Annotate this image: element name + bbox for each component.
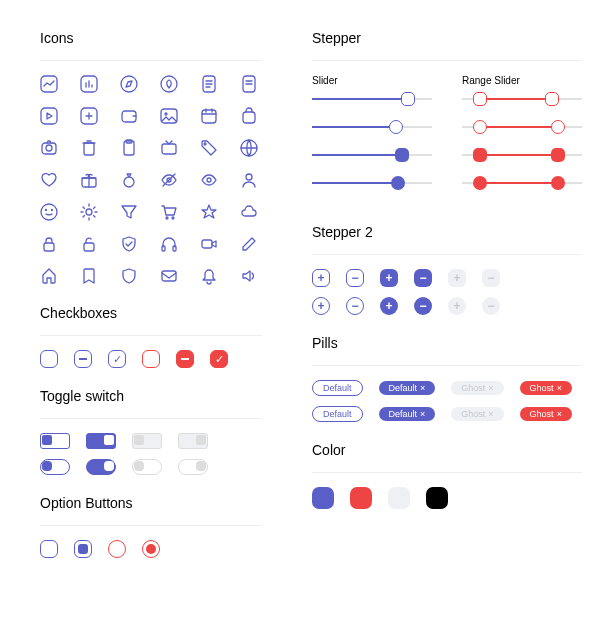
svg-point-3 (161, 76, 177, 92)
plus-square-icon (80, 107, 98, 125)
svg-point-26 (41, 204, 57, 220)
lock-icon (40, 235, 58, 253)
user-icon (240, 171, 258, 189)
svg-point-14 (46, 145, 52, 151)
pill-ghost-round[interactable]: Ghost × (451, 407, 503, 421)
checkbox-checked[interactable] (108, 350, 126, 368)
bell-icon (200, 267, 218, 285)
svg-rect-32 (44, 243, 54, 251)
checkbox-checked-red[interactable] (210, 350, 228, 368)
swatch-red[interactable] (350, 487, 372, 509)
note-icon (240, 75, 258, 93)
pill-red-round[interactable]: Ghost × (520, 407, 572, 421)
stepper-plus-fill[interactable]: + (380, 269, 398, 287)
svg-rect-37 (162, 271, 176, 281)
svg-point-28 (52, 210, 53, 211)
checkbox-indeterminate[interactable] (74, 350, 92, 368)
stepper-plus-disabled-circle[interactable]: + (448, 297, 466, 315)
stepper-minus-disabled-circle[interactable]: − (482, 297, 500, 315)
radio-circle-selected-red[interactable] (142, 540, 160, 558)
home-icon (40, 267, 58, 285)
wallet-icon (120, 107, 138, 125)
stepper-plus-fill-circle[interactable]: + (380, 297, 398, 315)
shield-check-icon (120, 235, 138, 253)
range-outline-red-circle[interactable] (462, 120, 582, 134)
stepper-plus-outline-circle[interactable]: + (312, 297, 330, 315)
pill-fill-square[interactable]: Default × (379, 381, 436, 395)
leaf-icon (160, 75, 178, 93)
range-outline-red[interactable] (462, 92, 582, 106)
pill-fill-round[interactable]: Default × (379, 407, 436, 421)
svg-rect-33 (84, 243, 94, 251)
radio-square-selected[interactable] (74, 540, 92, 558)
edit-icon (240, 235, 258, 253)
svg-rect-36 (202, 240, 212, 248)
svg-rect-12 (243, 112, 255, 123)
stepper-minus-outline[interactable]: − (346, 269, 364, 287)
tag-icon (200, 139, 218, 157)
svg-point-27 (46, 210, 47, 211)
toggle-round-off[interactable] (40, 459, 70, 475)
headphones-icon (160, 235, 178, 253)
slider-fill-blue[interactable] (312, 148, 432, 162)
icons-heading: Icons (40, 30, 262, 46)
toggle-square-off-disabled[interactable] (132, 433, 162, 449)
cloud-icon (240, 203, 258, 221)
calendar-icon (200, 107, 218, 125)
tv-icon (160, 139, 178, 157)
svg-point-25 (246, 174, 252, 180)
pill-ghost-square[interactable]: Ghost × (451, 381, 503, 395)
shield-icon (120, 267, 138, 285)
settings-icon (80, 203, 98, 221)
toggle-square-on-disabled[interactable] (178, 433, 208, 449)
pill-outline-square[interactable]: Default (312, 380, 363, 396)
bookmark-icon (80, 267, 98, 285)
svg-point-2 (121, 76, 137, 92)
stepper-plus-disabled[interactable]: + (448, 269, 466, 287)
checkbox-empty-red[interactable] (142, 350, 160, 368)
bag-icon (240, 107, 258, 125)
slider-outline-blue-circle[interactable] (312, 120, 432, 134)
pill-outline-round[interactable]: Default (312, 406, 363, 422)
stepper-heading: Stepper (312, 30, 582, 46)
trash-icon (80, 139, 98, 157)
svg-point-30 (166, 217, 168, 219)
svg-point-10 (165, 113, 167, 115)
toggle-square-off[interactable] (40, 433, 70, 449)
swatch-light[interactable] (388, 487, 410, 509)
toggle-round-on-disabled[interactable] (178, 459, 208, 475)
range-label: Range Slider (462, 75, 582, 86)
range-fill-red-circle[interactable] (462, 176, 582, 190)
toggle-round-on[interactable] (86, 459, 116, 475)
checkbox-indeterminate-red[interactable] (176, 350, 194, 368)
toggle-square-on[interactable] (86, 433, 116, 449)
slider-outline-blue[interactable] (312, 92, 432, 106)
chart-bar-icon (80, 75, 98, 93)
stepper-plus-outline[interactable]: + (312, 269, 330, 287)
ring-icon (120, 171, 138, 189)
swatch-black[interactable] (426, 487, 448, 509)
svg-rect-18 (162, 144, 176, 154)
stepper-minus-outline-circle[interactable]: − (346, 297, 364, 315)
radio-circle-empty-red[interactable] (108, 540, 126, 558)
compass-icon (120, 75, 138, 93)
globe-icon (240, 139, 258, 157)
unlock-icon (80, 235, 98, 253)
stepper-minus-fill-circle[interactable]: − (414, 297, 432, 315)
toggle-round-off-disabled[interactable] (132, 459, 162, 475)
pill-red-square[interactable]: Ghost × (520, 381, 572, 395)
color-heading: Color (312, 442, 582, 458)
pills-heading: Pills (312, 335, 582, 351)
slider-fill-blue-circle[interactable] (312, 176, 432, 190)
range-fill-red[interactable] (462, 148, 582, 162)
heart-icon (40, 171, 58, 189)
stepper-minus-disabled[interactable]: − (482, 269, 500, 287)
slider-label: Slider (312, 75, 432, 86)
swatch-blue[interactable] (312, 487, 334, 509)
checkbox-empty[interactable] (40, 350, 58, 368)
stepper-minus-fill[interactable]: − (414, 269, 432, 287)
svg-rect-9 (161, 109, 177, 123)
radio-square-empty[interactable] (40, 540, 58, 558)
stepper2-heading: Stepper 2 (312, 224, 582, 240)
emoji-icon (40, 203, 58, 221)
